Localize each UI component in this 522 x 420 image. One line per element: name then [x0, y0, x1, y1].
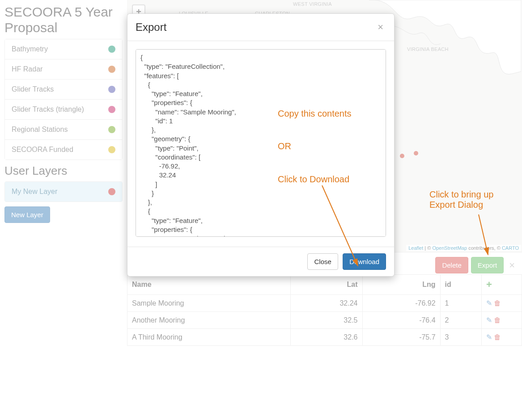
- download-button[interactable]: Download: [343, 253, 386, 270]
- modal-footer: Close Download: [127, 247, 394, 276]
- modal-close-icon[interactable]: ×: [375, 21, 386, 33]
- modal-title: Export: [136, 21, 166, 34]
- modal-header: Export ×: [127, 14, 394, 41]
- close-button[interactable]: Close: [307, 253, 338, 270]
- export-modal: Export × Close Download: [127, 13, 395, 277]
- export-json-textarea[interactable]: [136, 49, 386, 237]
